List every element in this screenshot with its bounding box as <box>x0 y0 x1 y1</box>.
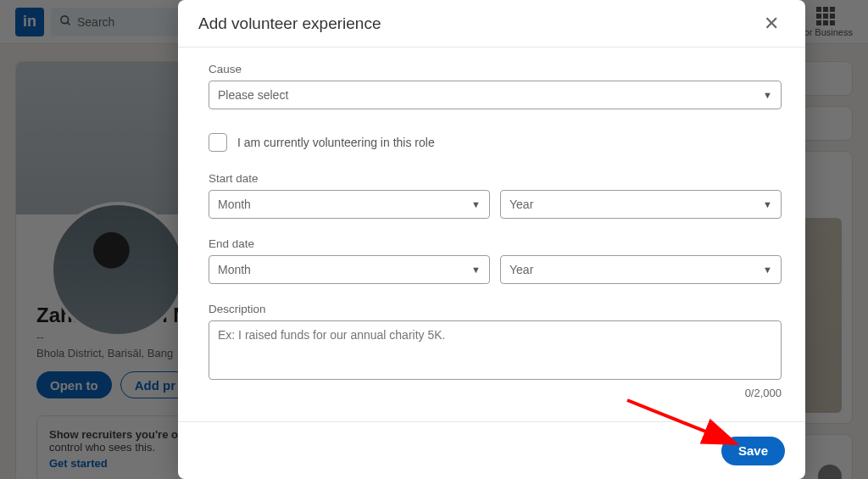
cause-label: Cause <box>209 63 782 75</box>
end-month-value: Month <box>218 263 251 276</box>
description-count: 0/2,000 <box>209 387 782 399</box>
start-year-select[interactable]: Year ▼ <box>500 190 782 219</box>
save-button[interactable]: Save <box>721 437 785 465</box>
modal-title: Add volunteer experience <box>198 14 381 33</box>
start-date-label: Start date <box>209 172 782 185</box>
modal-body: Cause Please select ▼ I am currently vol… <box>178 47 805 421</box>
modal-header: Add volunteer experience ✕ <box>178 0 805 47</box>
chevron-down-icon: ▼ <box>763 199 772 209</box>
end-date-label: End date <box>209 237 782 250</box>
chevron-down-icon: ▼ <box>763 265 772 275</box>
description-textarea[interactable] <box>209 320 782 380</box>
chevron-down-icon: ▼ <box>471 199 481 209</box>
chevron-down-icon: ▼ <box>471 265 481 275</box>
add-volunteer-modal: Add volunteer experience ✕ Cause Please … <box>178 0 805 479</box>
close-icon[interactable]: ✕ <box>758 10 785 37</box>
start-year-value: Year <box>509 198 533 211</box>
end-year-value: Year <box>509 263 533 276</box>
end-year-select[interactable]: Year ▼ <box>500 255 782 284</box>
end-month-select[interactable]: Month ▼ <box>209 255 490 284</box>
start-month-value: Month <box>218 198 251 211</box>
currently-volunteering-checkbox[interactable] <box>209 133 227 152</box>
chevron-down-icon: ▼ <box>763 90 772 100</box>
modal-footer: Save <box>178 421 805 479</box>
start-month-select[interactable]: Month ▼ <box>209 190 490 219</box>
currently-volunteering-label: I am currently volunteering in this role <box>237 136 435 149</box>
cause-select-value: Please select <box>218 88 288 102</box>
cause-select[interactable]: Please select ▼ <box>209 81 782 109</box>
description-label: Description <box>209 303 782 315</box>
